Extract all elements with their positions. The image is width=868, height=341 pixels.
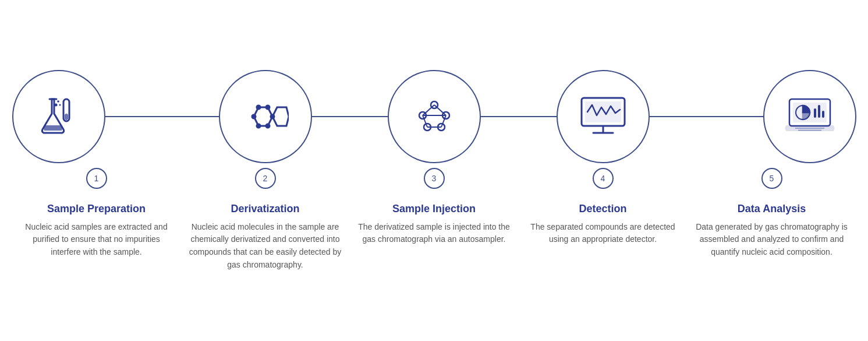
step-2-title: Derivatization	[231, 203, 299, 215]
step-5-number: 5	[761, 168, 782, 189]
step-2-description: Nucleic acid molecules in the sample are…	[181, 221, 350, 272]
step-3-description: The derivatized sample is injected into …	[350, 221, 519, 246]
step-5-title: Data Analysis	[738, 203, 806, 215]
connector-right-1	[105, 116, 181, 117]
connector-left-2	[181, 116, 219, 117]
step-1-icon-circle	[12, 70, 105, 163]
svg-line-12	[423, 105, 434, 115]
connector-left-3	[350, 116, 388, 117]
step-4-title: Detection	[579, 203, 626, 215]
step-4-top-row	[519, 70, 688, 163]
connector-right-4	[650, 116, 688, 117]
step-3-number: 3	[424, 168, 445, 189]
step-3-icon-circle	[388, 70, 481, 163]
step-2-top-row	[181, 70, 350, 163]
step-2-content: DerivatizationNucleic acid molecules in …	[181, 189, 350, 272]
step-1-number: 1	[86, 168, 107, 189]
step-1-description: Nucleic acid samples are extracted and p…	[12, 221, 181, 259]
step-1: 1Sample PreparationNucleic acid samples …	[12, 70, 181, 259]
svg-point-4	[59, 104, 61, 106]
svg-point-7	[257, 106, 260, 109]
connector-left-5	[688, 116, 763, 117]
step-1-content: Sample PreparationNucleic acid samples a…	[12, 189, 181, 259]
step-5-content: Data AnalysisData generated by gas chrom…	[688, 189, 856, 259]
svg-point-2	[54, 103, 57, 106]
step-1-title: Sample Preparation	[47, 203, 146, 215]
svg-line-13	[434, 105, 446, 115]
step-3: 3Sample InjectionThe derivatized sample …	[350, 70, 519, 246]
step-2-icon-circle	[219, 70, 312, 163]
step-2: 2DerivatizationNucleic acid molecules in…	[181, 70, 350, 272]
svg-rect-1	[65, 114, 68, 120]
connector-right-3	[481, 116, 519, 117]
svg-point-3	[57, 100, 59, 103]
svg-point-11	[257, 124, 260, 128]
svg-point-10	[266, 124, 270, 128]
step-3-title: Sample Injection	[392, 203, 476, 215]
step-5: 5Data AnalysisData generated by gas chro…	[688, 70, 856, 259]
process-diagram: 1Sample PreparationNucleic acid samples …	[12, 70, 856, 272]
svg-point-9	[271, 115, 274, 118]
step-4-number: 4	[593, 168, 614, 189]
step-4: 4DetectionThe separated compounds are de…	[519, 70, 688, 246]
step-3-content: Sample InjectionThe derivatized sample i…	[350, 189, 519, 246]
step-5-icon-circle	[763, 70, 856, 163]
step-5-top-row	[688, 70, 856, 163]
connector-left-4	[519, 116, 557, 117]
step-4-icon-circle	[557, 70, 650, 163]
step-1-top-row	[12, 70, 181, 163]
step-2-number: 2	[255, 168, 276, 189]
step-4-content: DetectionThe separated compounds are det…	[519, 189, 688, 246]
step-4-description: The separated compounds are detected usi…	[519, 221, 688, 246]
step-5-description: Data generated by gas chromatography is …	[688, 221, 856, 259]
step-3-top-row	[350, 70, 519, 163]
connector-right-2	[312, 116, 350, 117]
svg-point-8	[266, 106, 270, 109]
svg-point-6	[252, 115, 256, 118]
